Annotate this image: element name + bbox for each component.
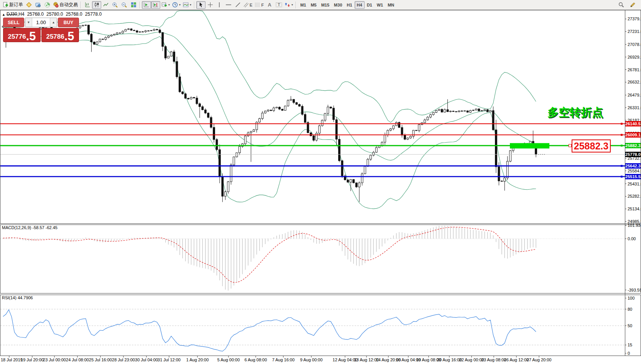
time-tick-label: 28 Jul 23:00 (112, 357, 135, 362)
macd-axis-label: 101.93 (628, 223, 641, 228)
autotrading-icon (53, 2, 59, 8)
volume-input[interactable] (32, 18, 50, 27)
macd-values: -58.57 -62.45 (32, 225, 57, 230)
highlight-zone[interactable] (510, 143, 549, 149)
gold-diamond-icon (26, 2, 32, 8)
chart-canvas[interactable]: 27379.527231.027078.026929.526781.026632… (0, 10, 641, 364)
toolbar-separator (296, 2, 296, 8)
periods-button[interactable]: ▾ (171, 1, 182, 9)
trendline-tool-button[interactable] (233, 1, 242, 9)
chart-title: ▲DJ30,H425768.025780.025768.025778.0 (2, 11, 102, 17)
price-tick-label: 25282.5 (628, 194, 641, 198)
tab-timeframe-M5[interactable]: M5 (308, 1, 319, 9)
svg-text:25778.0: 25778.0 (625, 152, 641, 157)
zoom-in-icon (112, 2, 118, 8)
indicators-button[interactable]: ▾ (182, 1, 192, 9)
auto-scroll-button[interactable] (142, 1, 151, 9)
tab-timeframe-D1[interactable]: D1 (365, 1, 375, 9)
candlestick-chart-icon (94, 2, 100, 8)
signals-button[interactable] (43, 1, 52, 9)
time-tick-label: 22 Aug 00:00 (459, 357, 484, 362)
tab-timeframe-H4[interactable]: H4 (355, 1, 365, 9)
autotrading-button[interactable]: 自动交易 (52, 1, 79, 9)
accounts-button[interactable] (33, 1, 43, 9)
line-chart-button[interactable] (101, 1, 110, 9)
zoom-out-button[interactable] (120, 1, 129, 9)
time-tick-label: 6 Aug 08:00 (245, 357, 267, 362)
rsi-axis-label: 0 (628, 351, 630, 356)
fibonacci-tool-button[interactable]: F (253, 1, 265, 9)
trendline-icon (235, 2, 241, 8)
volume-decrease-button[interactable]: ▼ (25, 18, 32, 27)
level-line-marker (621, 134, 623, 136)
tab-timeframe-M1[interactable]: M1 (298, 1, 308, 9)
buy-price-main: 25786 (46, 33, 64, 40)
zoom-in-button[interactable] (110, 1, 120, 9)
text-tool-button[interactable]: A (265, 1, 274, 9)
tab-timeframe-H1[interactable]: H1 (345, 1, 355, 9)
tab-timeframe-M30[interactable]: M30 (332, 1, 344, 9)
bid-price-badge: 25778.0 (625, 152, 641, 157)
price-tick-label: 27231.0 (628, 29, 641, 34)
macd-panel[interactable] (0, 225, 641, 293)
vertical-line-icon (217, 2, 221, 8)
rsi-panel[interactable] (0, 295, 641, 356)
time-tick-label: 20 Aug 16:00 (437, 357, 462, 362)
price-level-badge: 25642.3 (625, 163, 641, 169)
sell-button[interactable]: SELL (3, 18, 24, 27)
expand-panel-icon[interactable]: ▲ (2, 13, 5, 16)
tab-timeframe-M15[interactable]: M15 (319, 1, 332, 9)
new-order-button[interactable]: 新订单 (2, 1, 24, 9)
price-tick-label: 26781.0 (628, 67, 641, 72)
search-button[interactable] (616, 1, 626, 9)
cursor-icon (198, 2, 204, 8)
price-level-badge: 25882.3 (625, 143, 641, 148)
price-flag[interactable]: 25882.3 (569, 140, 611, 152)
candlestick-chart-button[interactable] (92, 1, 101, 9)
sell-price-main: 25776 (8, 33, 26, 40)
macd-axis-label: -393.59 (628, 288, 641, 292)
zoom-out-icon (121, 2, 127, 8)
tile-windows-button[interactable] (129, 1, 138, 9)
edit-button[interactable] (628, 1, 637, 9)
price-level-badge: 25515.5 (625, 174, 641, 179)
svg-text:25642.3: 25642.3 (625, 164, 641, 168)
horizontal-line-tool-button[interactable] (224, 1, 233, 9)
buy-button[interactable]: BUY (58, 18, 79, 27)
time-tick-label: 26 Aug 12:00 (504, 357, 529, 362)
time-axis[interactable]: 18 Jul 201919 Jul 20:0023 Jul 00:0024 Ju… (1, 356, 551, 362)
crosshair-tool-button[interactable] (205, 1, 215, 9)
macd-label: MACD(12,26,9) -58.57 -62.45 (2, 225, 58, 230)
sell-price-box[interactable]: 25776.5 (3, 28, 41, 42)
channel-tool-button[interactable]: E (242, 1, 253, 9)
svg-text:25515.5: 25515.5 (625, 174, 641, 179)
history-center-button[interactable] (24, 1, 33, 9)
vertical-line-tool-button[interactable] (215, 1, 224, 9)
svg-text:26009.1: 26009.1 (625, 133, 641, 137)
tab-timeframe-W1[interactable]: W1 (375, 1, 386, 9)
auto-scroll-icon (143, 2, 150, 8)
new-chart-button[interactable]: ▾ (160, 1, 171, 9)
volume-increase-button[interactable]: ▲ (50, 18, 57, 27)
macd-name: MACD(12,26,9) (2, 225, 31, 230)
symbol-period: ,H4 (17, 11, 25, 17)
time-tick-label: 30 Jul 04:00 (135, 357, 158, 362)
price-tick-label: 27078.0 (628, 42, 641, 47)
horizontal-line-icon (225, 2, 232, 8)
label-tool-button[interactable]: T (274, 1, 283, 9)
dropdown-caret-icon: ▾ (168, 3, 170, 7)
level-line-marker (621, 175, 623, 177)
pencil-icon (630, 2, 636, 8)
cursor-tool-button[interactable] (196, 1, 205, 9)
tab-timeframe-MN[interactable]: MN (385, 1, 396, 9)
time-tick-label: 13 Aug 12:00 (354, 357, 379, 362)
line-chart-icon (103, 2, 109, 8)
chart-shift-button[interactable] (151, 1, 160, 9)
bar-chart-button[interactable] (83, 1, 92, 9)
rsi-name: RSI(14) (2, 295, 16, 300)
arrows-tool-button[interactable]: ▾ (283, 1, 294, 9)
chart-annotation-text[interactable]: 多空转折点 (547, 105, 603, 120)
level-line-marker (621, 145, 623, 147)
buy-price-box[interactable]: 25786.5 (41, 28, 79, 42)
price-level-badge: 26009.1 (625, 132, 641, 138)
